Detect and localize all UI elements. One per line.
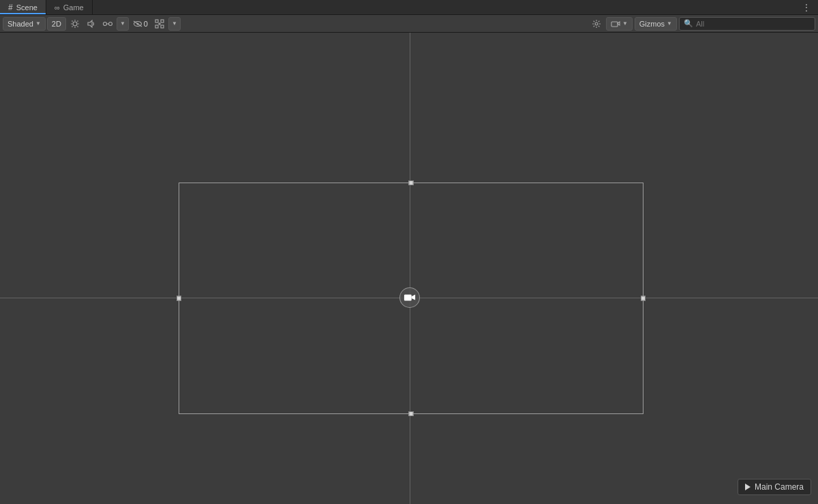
svg-marker-9 <box>88 20 92 27</box>
snap-dropdown[interactable]: ▼ <box>168 17 181 31</box>
gizmos-label: Gizmos <box>639 20 665 28</box>
svg-point-10 <box>103 22 106 25</box>
settings-button[interactable] <box>589 17 604 31</box>
svg-rect-19 <box>161 25 164 28</box>
tab-game[interactable]: ∞ Game <box>46 0 93 14</box>
tab-scene-label: Scene <box>16 3 37 12</box>
tab-scene[interactable]: # Scene <box>0 0 46 14</box>
handle-bottom-center[interactable] <box>409 411 414 416</box>
gizmos-dropdown[interactable]: Gizmos ▼ <box>635 17 677 31</box>
search-box[interactable]: 🔍 <box>679 17 815 31</box>
svg-rect-18 <box>155 25 158 28</box>
camera-arrow-icon: ▼ <box>622 20 628 27</box>
svg-rect-17 <box>161 20 164 22</box>
2d-label: 2D <box>52 20 61 28</box>
shading-label: Shaded <box>7 20 33 28</box>
camera-gizmo-icon <box>399 287 420 308</box>
svg-line-7 <box>77 20 78 21</box>
crosshair-horizontal <box>0 298 818 298</box>
effects-dropdown[interactable]: ▼ <box>117 17 129 31</box>
scene-toolbar: Shaded ▼ 2D ▼ <box>0 15 818 33</box>
camera-preview-rect <box>179 183 643 414</box>
hidden-count: 0 <box>144 20 148 28</box>
sun-icon <box>70 19 80 29</box>
scene-lighting-toggle[interactable] <box>67 17 82 31</box>
handle-top-center[interactable] <box>409 180 414 185</box>
search-icon: 🔍 <box>684 19 693 28</box>
crosshair-vertical <box>410 33 410 504</box>
camera-icon <box>611 20 620 27</box>
main-camera-text: Main Camera <box>755 482 804 492</box>
handle-right-center[interactable] <box>641 296 646 301</box>
svg-rect-16 <box>155 20 158 22</box>
svg-point-22 <box>595 22 598 25</box>
2d-toggle[interactable]: 2D <box>47 17 66 31</box>
svg-line-6 <box>77 26 78 27</box>
svg-line-5 <box>72 20 72 21</box>
handle-left-center[interactable] <box>177 296 181 301</box>
camera-dropdown[interactable]: ▼ <box>606 17 633 31</box>
speaker-icon <box>87 19 96 29</box>
more-options-icon[interactable]: ⋮ <box>795 0 818 15</box>
main-camera-label[interactable]: Main Camera <box>738 479 811 495</box>
shading-arrow-icon: ▼ <box>35 20 41 27</box>
audio-toggle[interactable] <box>84 17 99 31</box>
svg-point-0 <box>73 22 77 26</box>
tab-bar: # Scene ∞ Game ⋮ <box>0 0 818 15</box>
play-icon <box>745 484 751 490</box>
hidden-eye-icon <box>133 20 142 27</box>
svg-line-8 <box>72 26 72 27</box>
effects-arrow-icon: ▼ <box>120 20 125 27</box>
effects-icon <box>102 19 113 29</box>
game-icon: ∞ <box>55 3 60 12</box>
toolbar-right: ▼ Gizmos ▼ 🔍 <box>589 17 815 31</box>
tab-game-label: Game <box>63 3 84 12</box>
settings-icon <box>592 19 601 29</box>
snap-toggle[interactable] <box>152 17 167 31</box>
camera-svg <box>404 293 416 302</box>
snap-arrow-icon: ▼ <box>172 20 177 27</box>
svg-point-11 <box>108 22 112 25</box>
grid-snap-icon <box>155 19 164 29</box>
gizmos-arrow-icon: ▼ <box>667 20 672 27</box>
svg-rect-23 <box>611 22 618 27</box>
scene-viewport[interactable]: Main Camera <box>0 33 818 504</box>
effects-toggle[interactable] <box>100 17 115 31</box>
shading-dropdown[interactable]: Shaded ▼ <box>3 17 46 31</box>
hidden-objects-toggle[interactable]: 0 <box>130 17 151 31</box>
search-input[interactable] <box>696 20 805 28</box>
scene-hash-icon: # <box>8 3 13 12</box>
svg-rect-24 <box>404 295 412 301</box>
